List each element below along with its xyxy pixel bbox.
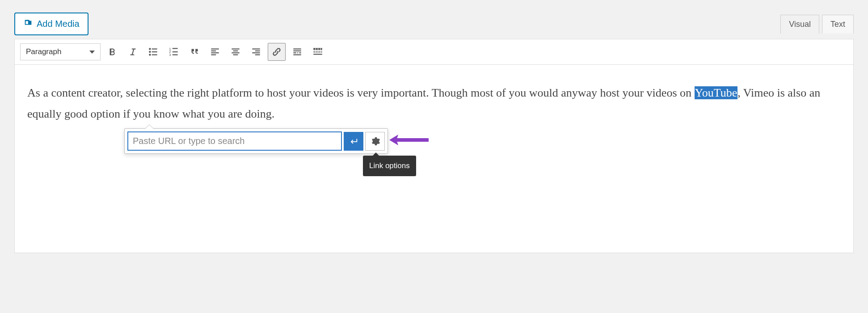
kitchen-sink-icon (312, 46, 324, 58)
svg-rect-11 (173, 54, 178, 55)
camera-music-icon (23, 18, 33, 30)
read-more-icon (291, 46, 303, 58)
toolbar-toggle-button[interactable] (309, 43, 327, 61)
italic-icon (127, 46, 139, 58)
text-before: As a content creator, selecting the righ… (27, 86, 695, 99)
blockquote-button[interactable] (185, 43, 203, 61)
tab-visual[interactable]: Visual (780, 15, 819, 34)
svg-rect-37 (321, 51, 322, 53)
paragraph[interactable]: As a content creator, selecting the righ… (27, 83, 841, 125)
svg-rect-30 (313, 48, 315, 50)
editor-topbar: Add Media Visual Text (14, 13, 854, 35)
svg-rect-25 (293, 51, 301, 51)
svg-rect-3 (152, 51, 157, 52)
svg-rect-22 (252, 52, 260, 53)
svg-rect-33 (321, 48, 322, 50)
svg-rect-1 (152, 48, 157, 49)
annotation-arrow (388, 131, 429, 156)
svg-rect-14 (211, 52, 219, 53)
bold-icon (106, 46, 118, 58)
svg-rect-29 (293, 54, 301, 55)
svg-rect-19 (233, 54, 238, 55)
link-url-input[interactable] (127, 131, 342, 151)
svg-rect-32 (318, 48, 320, 50)
svg-rect-21 (255, 51, 260, 51)
add-media-button[interactable]: Add Media (14, 13, 88, 35)
numbered-list-icon: 123 (168, 46, 180, 58)
editor-toolbar: Paragraph 123 (15, 39, 853, 65)
insert-link-button[interactable] (268, 43, 286, 61)
svg-rect-5 (152, 54, 157, 55)
svg-point-2 (149, 51, 151, 53)
svg-rect-16 (232, 48, 239, 49)
format-dropdown-label: Paragraph (26, 47, 61, 56)
tab-text[interactable]: Text (822, 15, 854, 34)
svg-rect-17 (233, 51, 238, 51)
numbered-list-button[interactable]: 123 (165, 43, 183, 61)
bullet-list-button[interactable] (144, 43, 162, 61)
svg-rect-13 (211, 51, 216, 51)
svg-rect-38 (313, 54, 322, 55)
link-popover: Link options (124, 128, 388, 154)
link-icon (271, 46, 282, 58)
svg-rect-27 (297, 52, 298, 53)
svg-rect-24 (293, 48, 301, 49)
editor-box: Paragraph 123 (14, 39, 854, 253)
svg-point-4 (149, 54, 151, 55)
svg-rect-23 (255, 54, 260, 55)
align-center-button[interactable] (227, 43, 244, 61)
svg-rect-28 (299, 52, 301, 53)
svg-rect-18 (232, 52, 239, 53)
quote-icon (189, 46, 200, 58)
align-right-button[interactable] (247, 43, 265, 61)
insert-more-button[interactable] (288, 43, 306, 61)
link-options-button[interactable]: Link options (365, 132, 385, 151)
enter-arrow-icon (349, 136, 358, 146)
align-left-icon (209, 46, 221, 58)
svg-rect-31 (316, 48, 318, 50)
svg-rect-36 (318, 51, 320, 53)
bullet-list-icon (147, 46, 159, 58)
svg-rect-9 (173, 51, 178, 52)
svg-point-0 (149, 48, 151, 50)
editor-tabs: Visual Text (780, 15, 854, 34)
bold-button[interactable] (103, 43, 121, 61)
align-left-button[interactable] (206, 43, 224, 61)
align-center-icon (230, 46, 241, 58)
svg-text:3: 3 (169, 53, 171, 57)
selected-text[interactable]: YouTube (695, 86, 738, 99)
apply-link-button[interactable] (344, 132, 363, 151)
svg-rect-12 (211, 48, 219, 49)
svg-rect-20 (252, 48, 260, 49)
content-area[interactable]: As a content creator, selecting the righ… (15, 65, 853, 253)
svg-rect-34 (313, 51, 315, 53)
svg-rect-35 (316, 51, 318, 53)
gear-icon (370, 136, 380, 147)
svg-rect-15 (211, 54, 216, 55)
format-dropdown[interactable]: Paragraph (20, 43, 101, 60)
chevron-down-icon (89, 51, 95, 54)
svg-rect-26 (293, 52, 296, 53)
editor-shell: Add Media Visual Text Paragraph 123 (14, 13, 854, 253)
svg-rect-7 (173, 48, 178, 49)
add-media-label: Add Media (37, 19, 80, 29)
align-right-icon (250, 46, 262, 58)
link-options-tooltip: Link options (363, 156, 416, 177)
italic-button[interactable] (124, 43, 142, 61)
